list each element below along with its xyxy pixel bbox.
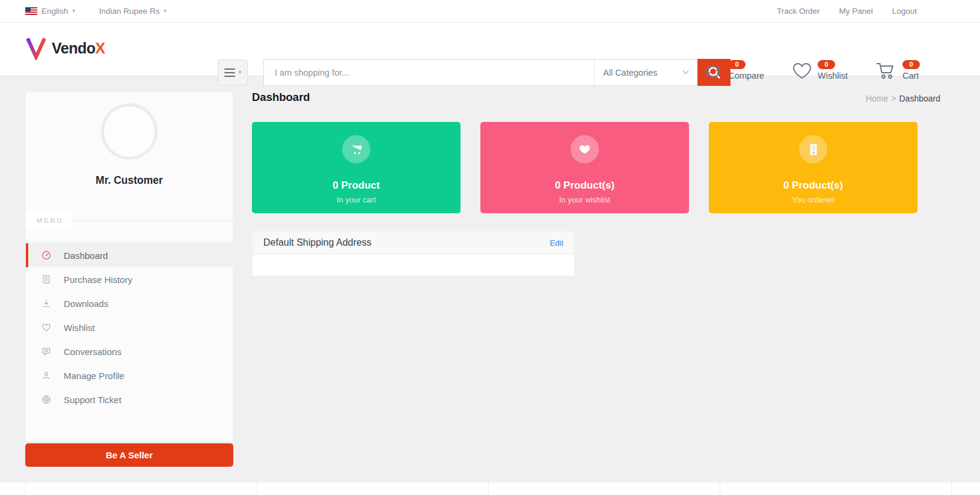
my-panel-link[interactable]: My Panel bbox=[839, 7, 872, 16]
logo[interactable]: VendoX bbox=[25, 36, 105, 60]
orders-stat-card: 0 Product(s) You ordered bbox=[709, 122, 917, 213]
category-label: All Categories bbox=[603, 68, 657, 77]
breadcrumb-separator: > bbox=[891, 94, 896, 103]
sidebar-menu: Dashboard Purchase History Downloads Wis… bbox=[26, 243, 233, 411]
sidebar-item-conversations[interactable]: Conversations bbox=[26, 339, 233, 363]
language-selector[interactable]: English ▾ bbox=[25, 7, 75, 16]
breadcrumb-current: Dashboard bbox=[899, 94, 941, 103]
menu-label: MENU bbox=[26, 211, 72, 230]
stat-cards: 0 Product In your cart 0 Product(s) In y… bbox=[252, 122, 917, 213]
currency-label: Indian Rupee Rs bbox=[99, 7, 160, 16]
building-icon bbox=[799, 135, 827, 163]
cart-button[interactable]: 0 Cart bbox=[875, 60, 920, 80]
shipping-address-panel: Default Shipping Address Edit bbox=[252, 231, 575, 276]
topbar: English ▾ Indian Rupee Rs ▾ Track Order … bbox=[0, 0, 980, 23]
sidebar-item-label: Downloads bbox=[64, 299, 108, 309]
footer-strip bbox=[0, 482, 980, 495]
compare-label: Compare bbox=[728, 71, 764, 80]
header-actions: 0 Compare 0 Wishlist bbox=[703, 60, 920, 80]
sidebar-item-purchase-history[interactable]: Purchase History bbox=[26, 267, 233, 291]
shipping-address-body bbox=[252, 255, 575, 276]
wishlist-button[interactable]: 0 Wishlist bbox=[792, 60, 848, 80]
chevron-down-icon bbox=[682, 70, 689, 74]
search-bar: All Categories bbox=[263, 59, 730, 86]
chevron-down-icon: ▾ bbox=[239, 70, 242, 75]
cart-icon bbox=[875, 62, 897, 80]
chat-icon bbox=[41, 347, 51, 356]
sidebar: Mr. Customer MENU Dashboard Purchase His… bbox=[25, 92, 233, 442]
sidebar-item-support-ticket[interactable]: Support Ticket bbox=[26, 387, 233, 411]
sidebar-item-wishlist[interactable]: Wishlist bbox=[26, 315, 233, 339]
cart-stat-card: 0 Product In your cart bbox=[252, 122, 461, 213]
sidebar-item-label: Purchase History bbox=[64, 275, 132, 285]
stat-card-title: 0 Product(s) bbox=[709, 180, 917, 192]
sidebar-item-label: Conversations bbox=[64, 347, 121, 357]
logo-v-icon bbox=[25, 36, 47, 60]
language-label: English bbox=[41, 7, 68, 16]
dashboard-icon bbox=[41, 251, 51, 260]
stat-card-title: 0 Product bbox=[252, 180, 461, 192]
be-a-seller-button[interactable]: Be A Seller bbox=[25, 443, 233, 467]
cart-label: Cart bbox=[902, 71, 919, 80]
wishlist-count-badge: 0 bbox=[818, 60, 835, 69]
search-input[interactable] bbox=[263, 59, 594, 86]
sidebar-item-downloads[interactable]: Downloads bbox=[26, 291, 233, 315]
divider bbox=[72, 220, 233, 221]
categories-menu-button[interactable]: ▾ bbox=[218, 59, 248, 85]
sidebar-item-label: Manage Profile bbox=[64, 371, 124, 381]
stat-card-subtitle: You ordered bbox=[709, 195, 917, 204]
us-flag-icon bbox=[25, 7, 37, 15]
chevron-down-icon: ▾ bbox=[164, 8, 167, 14]
page-title: Dashboard bbox=[252, 91, 310, 104]
menu-section-header: MENU bbox=[26, 211, 233, 230]
user-name: Mr. Customer bbox=[26, 174, 233, 187]
heart-icon bbox=[41, 323, 51, 332]
sidebar-item-dashboard[interactable]: Dashboard bbox=[26, 243, 233, 267]
document-icon bbox=[41, 275, 51, 284]
shipping-address-title: Default Shipping Address bbox=[263, 237, 372, 248]
page: English ▾ Indian Rupee Rs ▾ Track Order … bbox=[0, 0, 980, 495]
logout-link[interactable]: Logout bbox=[892, 7, 917, 16]
sidebar-item-label: Wishlist bbox=[64, 323, 95, 333]
logo-text: VendoX bbox=[52, 40, 105, 57]
compare-button[interactable]: 0 Compare bbox=[703, 60, 764, 80]
compare-count-badge: 0 bbox=[728, 60, 746, 69]
breadcrumb: Home>Dashboard bbox=[866, 94, 940, 103]
wishlist-label: Wishlist bbox=[818, 71, 848, 80]
sidebar-item-label: Dashboard bbox=[64, 251, 108, 261]
wishlist-stat-card: 0 Product(s) In your wishlist bbox=[480, 122, 689, 213]
hamburger-icon bbox=[224, 68, 235, 77]
heart-icon bbox=[571, 135, 599, 163]
header: VendoX ▾ All Categories bbox=[0, 23, 980, 76]
cart-icon bbox=[342, 135, 370, 163]
avatar bbox=[101, 103, 158, 160]
stat-card-subtitle: In your cart bbox=[252, 195, 461, 204]
support-icon bbox=[41, 395, 51, 404]
heart-icon bbox=[792, 62, 812, 80]
currency-selector[interactable]: Indian Rupee Rs ▾ bbox=[99, 7, 167, 16]
edit-address-link[interactable]: Edit bbox=[550, 238, 563, 248]
category-dropdown[interactable]: All Categories bbox=[594, 59, 697, 86]
sidebar-item-manage-profile[interactable]: Manage Profile bbox=[26, 363, 233, 387]
stat-card-title: 0 Product(s) bbox=[480, 180, 689, 192]
stat-card-subtitle: In your wishlist bbox=[480, 195, 689, 204]
breadcrumb-home-link[interactable]: Home bbox=[866, 94, 888, 103]
chevron-down-icon: ▾ bbox=[72, 8, 75, 14]
download-icon bbox=[41, 299, 51, 308]
track-order-link[interactable]: Track Order bbox=[777, 7, 820, 16]
compare-icon bbox=[703, 63, 723, 80]
cart-count-badge: 0 bbox=[902, 60, 920, 69]
user-icon bbox=[41, 371, 51, 380]
sidebar-item-label: Support Ticket bbox=[64, 395, 121, 405]
